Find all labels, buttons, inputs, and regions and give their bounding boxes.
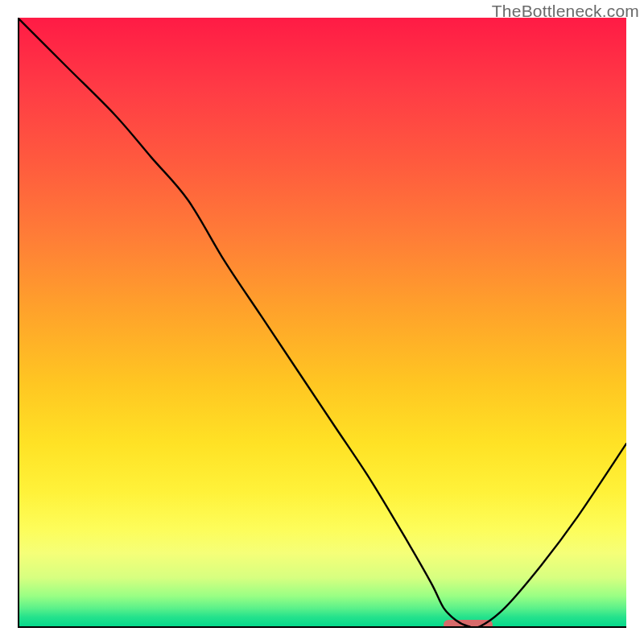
bottleneck-curve [18,18,626,626]
x-axis [18,626,626,628]
watermark-text: TheBottleneck.com [492,2,639,21]
chart-canvas: TheBottleneck.com [0,0,644,644]
plot-area [18,18,626,626]
curve-svg [18,18,626,626]
y-axis [18,18,19,628]
